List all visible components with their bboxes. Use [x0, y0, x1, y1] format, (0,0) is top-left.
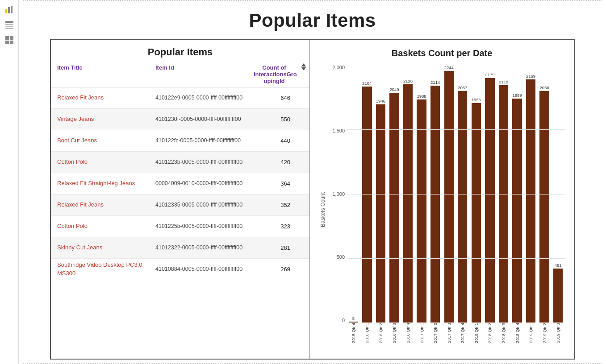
cell-item-id: 41012335-0005-0000-ffff-00ffffffff00: [154, 200, 252, 210]
right-panel: Baskets Count per Date Baskets Count 2,0…: [310, 40, 574, 359]
x-label-text: 2018 Qtr 1: [474, 323, 479, 343]
page-title: Popular Items: [23, 1, 602, 39]
table-header: Item Title Item Id Count ofInteractionsG…: [51, 62, 309, 87]
bar-group: 2067: [456, 65, 470, 323]
bar-group: 2244: [442, 65, 456, 323]
cell-item-title: Vintage Jeans: [55, 114, 154, 124]
bar: [389, 93, 399, 323]
table-row: Relaxed Fit Jeans41012335-0005-0000-ffff…: [51, 194, 309, 216]
cell-count: 550: [252, 115, 292, 124]
cell-item-id: 00004009-0010-0000-ffff-00ffffffff00: [154, 179, 252, 189]
dashboard: Popular Items Item Title Item Id Count o…: [50, 39, 575, 360]
x-label-item: 2017 Qtr 3: [442, 323, 456, 354]
x-label-item: 2016 Qtr 3: [388, 323, 401, 354]
table-row: Boot Cut Jeans410122fc-0005-0000-ffff-00…: [51, 130, 309, 152]
col-header-item-id: Item Id: [154, 63, 252, 85]
cell-item-id: 410122e9-0005-0000-ffff-00ffffffff00: [154, 93, 252, 103]
svg-rect-0: [5, 9, 7, 13]
cell-item-id: 41012322-0005-0000-ffff-00ffffffff00: [154, 243, 252, 253]
x-label-item: 2016 Qtr 2: [374, 323, 388, 354]
bar-value-label: 2169: [526, 74, 535, 79]
chart-inner: 2,0001,5001,0005000 82104194620492126198…: [329, 65, 565, 354]
x-label-text: 2019 Qtr 3: [556, 323, 560, 343]
cell-item-id: 4101225b-0005-0000-ffff-00ffffffff00: [154, 222, 252, 232]
table-row: Cotton Polo4101225b-0005-0000-ffff-00fff…: [51, 216, 309, 237]
table-row: Relaxed Fit Straight-leg Jeans00004009-0…: [51, 173, 309, 194]
col-header-item-title: Item Title: [55, 63, 154, 85]
bar-group: 2179: [483, 65, 497, 323]
table-row: Skinny Cut Jeans41012322-0005-0000-ffff-…: [51, 237, 309, 259]
cell-item-title: Relaxed Fit Straight-leg Jeans: [55, 178, 154, 188]
svg-rect-7: [5, 36, 9, 40]
x-label-item: 2016 Qtr 1: [360, 323, 374, 354]
bar-value-label: 2118: [499, 79, 508, 84]
main-content: Popular Items Popular Items Item Title I…: [19, 0, 606, 364]
bar-group: 2114: [428, 65, 442, 323]
x-label-item: 2016 Qtr 4: [401, 323, 415, 354]
bar-group: 1999: [510, 65, 524, 323]
svg-rect-8: [10, 36, 13, 40]
cell-item-title: Skinny Cut Jeans: [55, 243, 154, 252]
bar-group: 1988: [415, 65, 429, 323]
x-label-item: 2015 Qtr 4: [347, 323, 360, 354]
bar-value-label: 1956: [472, 97, 481, 102]
bar-value-label: 1988: [417, 94, 426, 99]
scroll-down-arrow[interactable]: [301, 67, 306, 70]
bar-group: 2066: [538, 65, 552, 323]
bar-group: 1956: [469, 65, 483, 323]
bar-group: 2169: [524, 65, 538, 323]
cell-count: 323: [252, 222, 292, 231]
scroll-indicator[interactable]: [301, 63, 306, 70]
cell-item-title: Relaxed Fit Jeans: [55, 200, 154, 210]
chart-plot: 2,0001,5001,0005000 82104194620492126198…: [329, 65, 565, 323]
y-label: 500: [337, 254, 347, 260]
cell-item-id: 4101223b-0005-0000-ffff-00ffffffff00: [154, 157, 252, 167]
cell-item-id: 410122fc-0005-0000-ffff-00ffffffff00: [154, 136, 252, 146]
cell-count: 440: [252, 136, 292, 145]
bar-value-label: 2066: [540, 85, 549, 90]
x-label-item: 2019 Qtr 1: [524, 323, 538, 354]
col-header-count: Count ofInteractionsGroupingId: [252, 63, 297, 85]
x-label-item: 2017 Qtr 2: [428, 323, 442, 354]
y-label: 0: [342, 318, 347, 323]
bar-value-label: 2244: [444, 65, 454, 70]
bar-chart-icon[interactable]: [3, 4, 16, 16]
bar-group: 2049: [388, 65, 401, 323]
bar: [526, 79, 535, 323]
bar: [444, 71, 454, 323]
cell-count: 364: [252, 179, 292, 188]
cell-item-id: 41010884-0005-0000-ffff-00ffffffff00: [154, 265, 252, 274]
cell-count: 269: [252, 265, 292, 273]
scroll-up-arrow[interactable]: [301, 63, 306, 66]
x-label-text: 2016 Qtr 3: [392, 323, 397, 343]
cell-count: 420: [252, 158, 292, 166]
bar: [417, 99, 426, 323]
cell-item-title: Southridge Video Desktop PC3.0 MS300: [55, 260, 154, 278]
bar-value-label: 1946: [376, 99, 385, 103]
x-label-text: 2016 Qtr 4: [405, 323, 410, 343]
x-label-text: 2019 Qtr 2: [542, 323, 547, 343]
bar-value-label: 2104: [362, 81, 372, 86]
svg-rect-6: [5, 28, 13, 29]
cell-count: 646: [252, 94, 292, 102]
x-axis-labels: 2015 Qtr 42016 Qtr 12016 Qtr 22016 Qtr 3…: [347, 323, 565, 354]
x-label-text: 2017 Qtr 3: [447, 323, 451, 343]
y-label: 2,000: [332, 65, 347, 70]
bar-value-label: 2126: [403, 79, 413, 83]
x-label-text: 2016 Qtr 1: [364, 323, 369, 343]
cell-count: 352: [252, 201, 292, 209]
bar: [472, 103, 481, 323]
svg-rect-3: [5, 21, 13, 23]
y-labels: 2,0001,5001,0005000: [329, 65, 347, 323]
bar-group: 2126: [401, 65, 415, 323]
table-icon[interactable]: [3, 19, 16, 31]
x-label-text: 2017 Qtr 1: [419, 323, 424, 343]
svg-rect-10: [10, 41, 13, 44]
bars-container: 8210419462049212619882114224420671956217…: [347, 65, 565, 323]
svg-rect-4: [5, 24, 13, 25]
y-label: 1,000: [332, 191, 347, 197]
x-label-item: 2018 Qtr 1: [469, 323, 483, 354]
grid-icon[interactable]: [3, 34, 16, 46]
table-body: Relaxed Fit Jeans410122e9-0005-0000-ffff…: [51, 87, 309, 359]
x-label-item: 2019 Qtr 2: [538, 323, 552, 354]
